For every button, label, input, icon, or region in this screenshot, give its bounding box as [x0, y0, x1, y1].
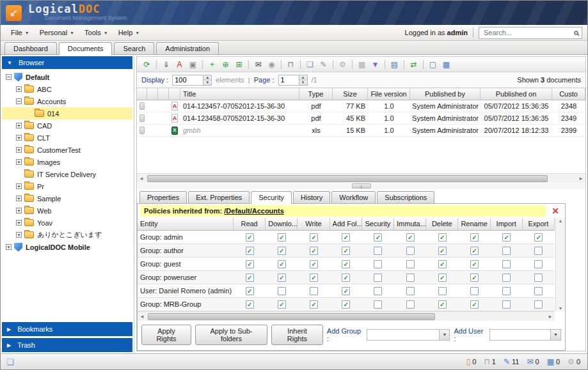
security-row[interactable]: Group: guest✓✓✓✓✓✓ — [138, 258, 555, 271]
permission-checkbox-export[interactable] — [534, 300, 543, 309]
hscroll-track[interactable] — [146, 174, 576, 183]
tab-search[interactable]: Search — [114, 42, 154, 54]
permission-checkbox-read[interactable]: ✓ — [246, 287, 254, 295]
security-column-write[interactable]: Write — [298, 218, 330, 231]
security-grid-vscrollbar[interactable]: ▴ ▾ — [555, 218, 565, 311]
permission-checkbox-immuta[interactable] — [406, 247, 415, 255]
permission-checkbox-downlo[interactable]: ✓ — [278, 300, 286, 309]
security-column-read[interactable]: Read — [234, 218, 266, 231]
tree-item-default[interactable]: −Default — [2, 71, 132, 83]
download-icon[interactable]: ⇓ — [160, 58, 172, 70]
rss-feed-icon[interactable]: ◉ — [266, 58, 278, 70]
permission-checkbox-read[interactable]: ✓ — [246, 260, 254, 268]
permission-checkbox-read[interactable]: ✓ — [246, 274, 254, 282]
stepper-up-icon[interactable]: ▲ — [299, 75, 307, 80]
permission-checkbox-write[interactable]: ✓ — [310, 260, 318, 268]
permission-checkbox-read[interactable]: ✓ — [246, 300, 254, 309]
sidebar-section-browser[interactable]: ▼ Browser — [2, 56, 132, 69]
tree-expander-icon[interactable]: + — [16, 147, 22, 153]
security-row[interactable]: Group: poweruser✓✓✓✓✓✓ — [138, 271, 555, 284]
import-documents-icon[interactable]: ⊞ — [233, 58, 245, 70]
column-header-size[interactable]: Size — [333, 88, 368, 100]
tree-item-web[interactable]: +Web — [2, 204, 132, 217]
document-row[interactable]: A014-123458-07052012-15-36-30pdf45 KB1.0… — [137, 112, 585, 125]
permission-checkbox-immuta[interactable] — [406, 287, 415, 295]
security-column-downlo[interactable]: Downlo... — [266, 218, 298, 231]
page-number-stepper[interactable]: ▲▼ — [299, 75, 307, 85]
permission-checkbox-add-fol[interactable]: ✓ — [342, 300, 350, 309]
security-column-security[interactable]: Security — [362, 218, 394, 231]
permission-checkbox-immuta[interactable]: ✓ — [406, 233, 415, 242]
splitter-handle[interactable]: ↕ — [352, 183, 371, 189]
office-convert-icon[interactable]: ▣ — [187, 58, 199, 70]
filter-icon[interactable]: ▼ — [369, 58, 381, 70]
combo-dropdown-icon[interactable]: ▼ — [439, 330, 449, 340]
tree-expander-icon[interactable]: + — [16, 220, 22, 226]
status-checked-out-documents[interactable]: ✎11 — [504, 357, 519, 366]
permission-checkbox-export[interactable] — [534, 287, 543, 295]
security-row[interactable]: Group: admin✓✓✓✓✓✓✓✓✓✓ — [138, 231, 555, 244]
lock-icon[interactable]: ⊓ — [285, 58, 297, 70]
close-icon[interactable]: ✕ — [548, 205, 562, 217]
scroll-down-icon[interactable]: ▾ — [559, 305, 562, 311]
permission-checkbox-delete[interactable]: ✓ — [438, 300, 447, 309]
tree-item-item[interactable]: +ありかとこぎいます — [2, 229, 132, 241]
detail-tab-properties[interactable]: Properties — [139, 191, 187, 203]
permission-checkbox-add-fol[interactable]: ✓ — [342, 287, 350, 295]
scan-document-icon[interactable]: ⊕ — [219, 58, 232, 70]
tree-expander-icon[interactable]: + — [16, 159, 22, 165]
tree-expander-icon[interactable]: + — [6, 244, 12, 250]
inherit-rights-button[interactable]: Inherit Rights — [271, 325, 323, 345]
permission-checkbox-rename[interactable] — [470, 287, 479, 295]
document-row[interactable]: Xgmbhxls15 KB1.0System Administrator20/0… — [137, 125, 585, 137]
column-header-title[interactable]: Title — [180, 88, 299, 100]
security-column-add-fol[interactable]: Add Fol... — [330, 218, 362, 231]
settings-icon[interactable]: ⚙ — [337, 58, 349, 70]
permission-checkbox-security[interactable] — [374, 300, 382, 309]
tree-item-sample[interactable]: +Sample — [2, 192, 132, 204]
menu-personal[interactable]: Personal▼ — [35, 27, 79, 38]
search-icon[interactable] — [574, 31, 578, 35]
permission-checkbox-export[interactable] — [534, 260, 543, 268]
permission-checkbox-downlo[interactable]: ✓ — [278, 274, 286, 282]
tree-expander-icon[interactable]: + — [16, 135, 22, 141]
add-note-icon[interactable]: ❏ — [304, 58, 316, 70]
print-icon[interactable]: ▤ — [388, 58, 401, 70]
display-count-input[interactable] — [173, 75, 203, 85]
detail-tab-ext-properties[interactable]: Ext. Properties — [188, 191, 250, 203]
search-input[interactable] — [482, 28, 571, 37]
tree-item-014[interactable]: 014 — [2, 107, 132, 119]
permission-checkbox-write[interactable] — [310, 287, 318, 295]
inherited-folder-link[interactable]: /Default/Accounts — [224, 207, 284, 215]
stepper-down-icon[interactable]: ▼ — [203, 80, 211, 85]
security-column-immuta[interactable]: Immuta... — [394, 218, 426, 231]
permission-checkbox-read[interactable]: ✓ — [246, 247, 254, 255]
permission-checkbox-delete[interactable]: ✓ — [438, 233, 447, 242]
tree-item-it-service-delivery[interactable]: IT Service Delivery — [2, 168, 132, 180]
security-row[interactable]: Group: author✓✓✓✓✓✓ — [138, 244, 555, 258]
tab-dashboard[interactable]: Dashboard — [4, 42, 57, 54]
permission-checkbox-rename[interactable]: ✓ — [470, 300, 479, 309]
apply-to-sub-folders-button[interactable]: Apply to Sub-folders — [195, 325, 267, 345]
status-clipboard[interactable]: ▯0 — [466, 357, 477, 366]
tree-item-logicaldoc-mobile[interactable]: +LogicalDOC Mobile — [2, 241, 132, 253]
tree-item-abc[interactable]: +ABC — [2, 83, 132, 95]
scroll-up-icon[interactable]: ▴ — [559, 218, 562, 224]
refresh-icon[interactable]: ⟳ — [141, 58, 153, 70]
column-header-custo[interactable]: Custo — [552, 88, 585, 100]
toggle-preview-icon[interactable]: ▢ — [427, 58, 439, 70]
tree-item-yoav[interactable]: +Yoav — [2, 217, 132, 229]
tree-expander-icon[interactable]: + — [16, 86, 22, 92]
tree-item-images[interactable]: +Images — [2, 156, 132, 168]
add-group-input[interactable] — [367, 330, 439, 340]
menu-file[interactable]: File▼ — [6, 27, 35, 38]
permission-checkbox-downlo[interactable]: ✓ — [278, 260, 286, 268]
tab-documents[interactable]: Documents — [59, 42, 113, 55]
permission-checkbox-add-fol[interactable]: ✓ — [342, 260, 350, 268]
send-email-icon[interactable]: ✉ — [252, 58, 264, 70]
scroll-right-icon[interactable]: ▸ — [546, 313, 555, 320]
scroll-left-icon[interactable]: ◂ — [137, 175, 146, 181]
toggle-grid-icon[interactable]: ▦ — [440, 58, 452, 70]
display-count-stepper[interactable]: ▲▼ — [203, 75, 211, 85]
permission-checkbox-delete[interactable]: ✓ — [438, 247, 447, 255]
